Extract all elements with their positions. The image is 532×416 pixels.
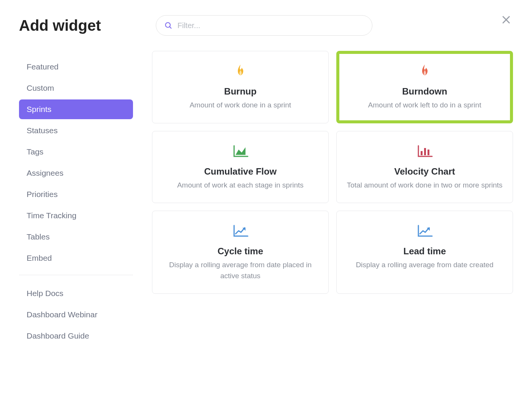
sidebar-link-help-docs[interactable]: Help Docs (19, 284, 133, 303)
widget-title: Burnup (224, 86, 256, 97)
layout: Featured Custom Sprints Statuses Tags As… (19, 51, 513, 347)
widget-title: Burndown (402, 86, 447, 97)
widget-desc: Display a rolling average from date crea… (356, 260, 493, 271)
sidebar-item-tags[interactable]: Tags (19, 142, 133, 162)
widget-card-cumulative-flow[interactable]: Cumulative Flow Amount of work at each s… (152, 131, 329, 203)
sidebar-item-assignees[interactable]: Assignees (19, 163, 133, 183)
search-icon (165, 22, 172, 29)
sidebar-item-time-tracking[interactable]: Time Tracking (19, 206, 133, 225)
sidebar: Featured Custom Sprints Statuses Tags As… (19, 51, 133, 347)
widget-desc: Amount of work done in a sprint (190, 100, 291, 111)
svg-rect-4 (421, 151, 423, 155)
widget-desc: Total amount of work done in two or more… (347, 180, 503, 191)
sidebar-item-statuses[interactable]: Statuses (19, 121, 133, 140)
sidebar-item-tables[interactable]: Tables (19, 227, 133, 247)
svg-rect-6 (428, 150, 429, 155)
flame-icon (234, 63, 247, 79)
widget-card-cycle-time[interactable]: Cycle time Display a rolling average fro… (152, 211, 329, 294)
sidebar-link-dashboard-guide[interactable]: Dashboard Guide (19, 326, 133, 346)
sidebar-item-featured[interactable]: Featured (19, 57, 133, 77)
search-field[interactable] (156, 15, 372, 36)
widget-title: Cycle time (217, 246, 263, 257)
widget-card-burnup[interactable]: Burnup Amount of work done in a sprint (152, 51, 329, 123)
widget-title: Lead time (403, 246, 446, 257)
widget-desc: Display a rolling average from date plac… (162, 260, 319, 281)
sidebar-item-embed[interactable]: Embed (19, 248, 133, 268)
header: Add widget (19, 15, 513, 36)
close-button[interactable] (499, 13, 513, 27)
widget-title: Cumulative Flow (204, 166, 277, 177)
sidebar-item-sprints[interactable]: Sprints (19, 99, 133, 119)
page-title: Add widget (19, 17, 156, 34)
widget-card-velocity-chart[interactable]: Velocity Chart Total amount of work done… (336, 131, 513, 203)
widget-desc: Amount of work at each stage in sprints (177, 180, 304, 191)
sidebar-item-custom[interactable]: Custom (19, 78, 133, 98)
close-icon (501, 14, 511, 25)
search-input[interactable] (177, 21, 364, 30)
svg-line-3 (169, 27, 171, 28)
trend-up-icon (417, 222, 433, 239)
widget-title: Velocity Chart (394, 166, 455, 177)
trend-up-icon (233, 222, 249, 239)
sidebar-item-priorities[interactable]: Priorities (19, 184, 133, 204)
widget-desc: Amount of work left to do in a sprint (368, 100, 481, 111)
svg-rect-5 (424, 148, 426, 155)
flame-icon (418, 63, 431, 79)
sidebar-divider (19, 275, 133, 275)
area-chart-icon (233, 143, 249, 159)
search-wrap (156, 15, 513, 36)
bar-chart-icon (417, 143, 433, 159)
widget-card-lead-time[interactable]: Lead time Display a rolling average from… (336, 211, 513, 294)
widget-card-burndown[interactable]: Burndown Amount of work left to do in a … (336, 51, 513, 123)
sidebar-link-dashboard-webinar[interactable]: Dashboard Webinar (19, 305, 133, 325)
widget-grid: Burnup Amount of work done in a sprint B… (152, 51, 513, 347)
